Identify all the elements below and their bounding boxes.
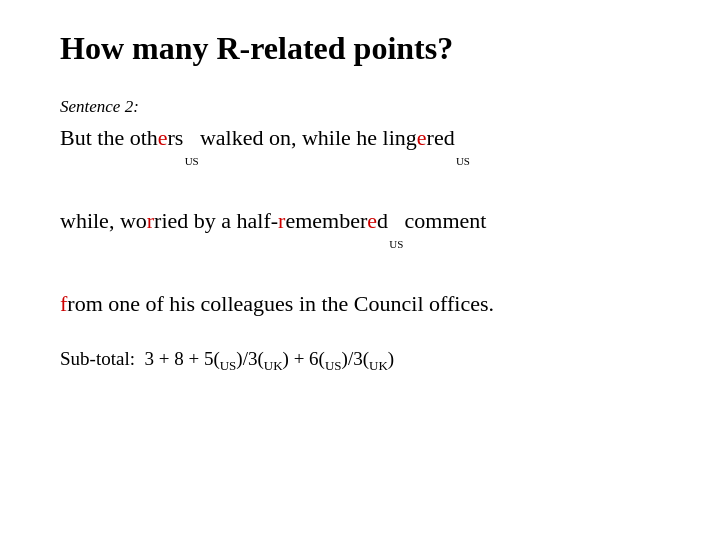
- r-from: f: [60, 291, 67, 316]
- subtotal: Sub-total: 3 + 8 + 5(US)/3(UK) + 6(US)/3…: [60, 348, 660, 374]
- line3-text: from one of his colleagues in the Counci…: [60, 291, 494, 316]
- r-lingered: e: [417, 125, 427, 150]
- subtotal-label: Sub-total:: [60, 348, 135, 369]
- line3: from one of his colleagues in the Counci…: [60, 287, 660, 320]
- slide: How many R-related points? Sentence 2: B…: [0, 0, 720, 540]
- line1: But the others US walked on, while he li…: [60, 121, 660, 172]
- r-worried: r: [147, 208, 154, 233]
- subtotal-formula: 3 + 8 + 5(US)/3(UK) + 6(US)/3(UK): [144, 348, 394, 369]
- lingered-word: US: [460, 121, 466, 154]
- line2: while, worried by a half-remembered US c…: [60, 204, 660, 255]
- others-word: US: [189, 121, 195, 154]
- r-remembered: r: [278, 208, 285, 233]
- us-label-others: US: [185, 153, 199, 170]
- remembered-word: US: [394, 204, 400, 237]
- us-label-lingered: US: [456, 153, 470, 170]
- sentence-label: Sentence 2:: [60, 97, 660, 117]
- us-label-remembered: US: [389, 236, 403, 253]
- r-remembered2: e: [367, 208, 377, 233]
- line1-text: But the others US walked on, while he li…: [60, 125, 466, 150]
- line2-text: while, worried by a half-remembered US c…: [60, 208, 486, 233]
- page-title: How many R-related points?: [60, 30, 660, 67]
- r-others: e: [158, 125, 168, 150]
